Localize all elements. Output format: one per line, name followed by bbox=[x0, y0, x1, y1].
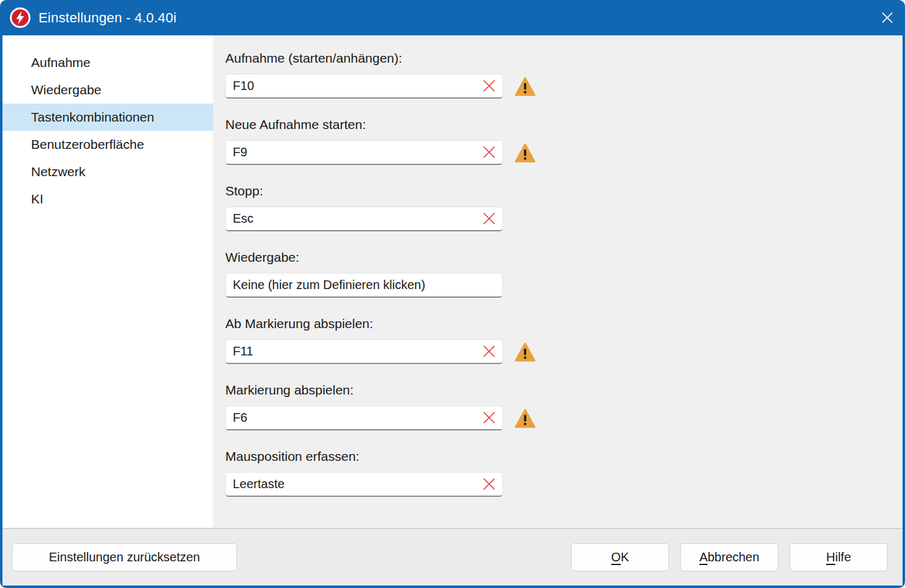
ok-mnemonic: O bbox=[611, 550, 621, 564]
field-label: Neue Aufnahme starten: bbox=[225, 117, 903, 132]
warning-icon bbox=[515, 143, 536, 163]
field-play-selection: Markierung abspielen: bbox=[225, 382, 903, 430]
hotkey-input-new-record[interactable] bbox=[225, 140, 503, 165]
sidebar-nav: Aufnahme Wiedergabe Tastenkombinationen … bbox=[2, 35, 213, 528]
hotkey-input-playback[interactable] bbox=[225, 273, 503, 298]
titlebar[interactable]: Einstellungen - 4.0.40i bbox=[0, 0, 905, 35]
clear-hotkey-button[interactable] bbox=[480, 342, 498, 360]
clear-hotkey-button[interactable] bbox=[480, 209, 498, 228]
sidebar-item-wiedergabe[interactable]: Wiedergabe bbox=[2, 76, 213, 104]
field-capture-mouse-position: Mausposition erfassen: bbox=[225, 448, 903, 497]
field-label: Markierung abspielen: bbox=[225, 382, 903, 398]
clear-x-icon bbox=[480, 409, 498, 426]
sidebar-item-ki[interactable]: KI bbox=[2, 185, 213, 213]
hotkeys-panel: Aufnahme (starten/anhängen): bbox=[213, 35, 903, 528]
clear-hotkey-button[interactable] bbox=[480, 143, 498, 161]
cancel-rest: bbrechen bbox=[708, 550, 759, 564]
help-button[interactable]: Hilfe bbox=[790, 543, 888, 571]
close-icon bbox=[879, 9, 896, 26]
field-record-start-append: Aufnahme (starten/anhängen): bbox=[225, 50, 903, 99]
hotkey-input-play-from-selection[interactable] bbox=[225, 339, 503, 364]
clear-x-icon bbox=[480, 77, 498, 94]
field-new-record-start: Neue Aufnahme starten: bbox=[225, 117, 903, 165]
cancel-mnemonic: A bbox=[700, 550, 708, 564]
field-label: Wiedergabe: bbox=[225, 249, 903, 265]
sidebar-item-benutzeroberflaeche[interactable]: Benutzeroberfläche bbox=[2, 131, 213, 158]
sidebar-item-netzwerk[interactable]: Netzwerk bbox=[2, 158, 213, 185]
settings-window: Einstellungen - 4.0.40i Aufnahme Wiederg… bbox=[0, 0, 905, 588]
field-playback: Wiedergabe: bbox=[225, 249, 903, 298]
hotkey-input-capture-mouse[interactable] bbox=[225, 472, 503, 497]
dialog-footer: Einstellungen zurücksetzen OK Abbrechen … bbox=[2, 528, 903, 586]
clear-hotkey-button[interactable] bbox=[480, 408, 498, 427]
clear-hotkey-button[interactable] bbox=[480, 76, 498, 95]
window-title: Einstellungen - 4.0.40i bbox=[38, 10, 176, 26]
ok-rest: K bbox=[621, 550, 629, 564]
hotkey-input-stop[interactable] bbox=[225, 207, 503, 231]
clear-hotkey-button[interactable] bbox=[480, 474, 498, 493]
hotkey-input-play-selection[interactable] bbox=[225, 406, 503, 430]
field-label: Aufnahme (starten/anhängen): bbox=[225, 50, 903, 66]
clear-x-icon bbox=[480, 143, 498, 161]
hotkey-input-record[interactable] bbox=[225, 74, 503, 99]
reset-settings-button[interactable]: Einstellungen zurücksetzen bbox=[12, 543, 237, 571]
clear-x-icon bbox=[480, 210, 498, 227]
field-play-from-selection: Ab Markierung abspielen: bbox=[225, 316, 903, 364]
ok-button[interactable]: OK bbox=[571, 543, 669, 571]
help-mnemonic: H bbox=[826, 550, 835, 564]
sidebar-item-aufnahme[interactable]: Aufnahme bbox=[2, 49, 213, 76]
clear-x-icon bbox=[480, 342, 498, 360]
field-stop: Stopp: bbox=[225, 183, 903, 231]
field-label: Ab Markierung abspielen: bbox=[225, 316, 903, 331]
dialog-body: Aufnahme Wiedergabe Tastenkombinationen … bbox=[2, 35, 903, 528]
app-logo-icon bbox=[10, 7, 30, 28]
warning-icon bbox=[515, 409, 536, 428]
close-button[interactable] bbox=[869, 0, 905, 35]
sidebar-item-tastenkombinationen[interactable]: Tastenkombinationen bbox=[2, 104, 213, 131]
cancel-button[interactable]: Abbrechen bbox=[680, 543, 778, 571]
clear-x-icon bbox=[480, 475, 498, 492]
field-label: Stopp: bbox=[225, 183, 903, 198]
warning-icon bbox=[515, 77, 536, 96]
warning-icon bbox=[515, 342, 536, 362]
help-rest: ilfe bbox=[835, 550, 851, 564]
field-label: Mausposition erfassen: bbox=[225, 448, 903, 464]
